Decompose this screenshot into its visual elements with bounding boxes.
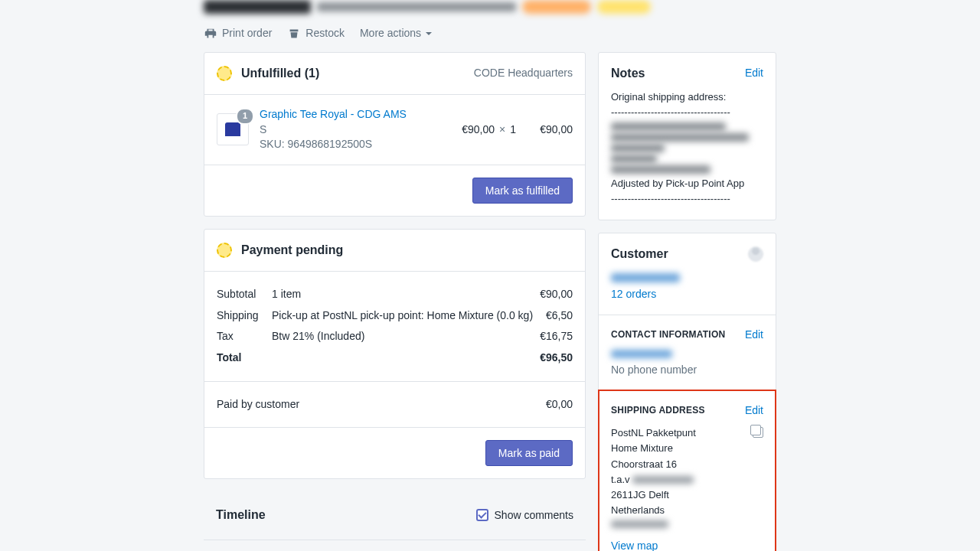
- paid-value: €0,00: [546, 397, 573, 412]
- ship-line: t.a.v: [611, 474, 630, 485]
- restock-icon: [287, 27, 301, 41]
- unfulfilled-status-icon: [217, 66, 232, 81]
- total-label: Total: [217, 350, 241, 366]
- checkbox-checked-icon: [476, 509, 488, 521]
- order-header-blurred: [204, 0, 776, 14]
- print-order-button[interactable]: Print order: [204, 26, 272, 41]
- ship-line: Home Mixture: [611, 441, 745, 456]
- ship-line: PostNL Pakketpunt: [611, 425, 745, 441]
- show-comments-label: Show comments: [495, 508, 573, 523]
- subtotal-desc: 1 item: [272, 287, 531, 302]
- payment-title: Payment pending: [241, 242, 343, 259]
- more-actions-button[interactable]: More actions: [360, 26, 432, 41]
- notes-sep: ------------------------------------: [611, 191, 763, 207]
- contact-info-label: CONTACT INFORMATION: [611, 328, 725, 341]
- ship-line: Choorstraat 16: [611, 457, 745, 472]
- chevron-down-icon: [426, 32, 432, 38]
- customer-card: Customer 12 orders CONTACT INFORMATION E…: [598, 233, 776, 551]
- restock-button[interactable]: Restock: [287, 26, 345, 41]
- shipping-desc: Pick-up at PostNL pick-up point: Home Mi…: [272, 308, 537, 324]
- multiply-sign: ×: [499, 122, 505, 138]
- unit-price: €90,00: [462, 122, 495, 138]
- subtotal-value: €90,00: [540, 287, 573, 302]
- notes-card: Notes Edit Original shipping address: --…: [598, 52, 776, 220]
- customer-email-redacted[interactable]: [611, 350, 672, 358]
- customer-name-redacted[interactable]: [611, 273, 680, 282]
- timeline-section: Timeline Show comments <code/>: [204, 491, 586, 551]
- show-comments-toggle[interactable]: Show comments: [476, 508, 573, 523]
- total-value: €96,50: [540, 350, 573, 366]
- notes-sep: ------------------------------------: [611, 105, 763, 120]
- shirt-icon: [225, 122, 240, 136]
- shipping-edit-link[interactable]: Edit: [745, 403, 763, 419]
- unfulfilled-title: Unfulfilled (1): [241, 65, 319, 82]
- contact-edit-link[interactable]: Edit: [745, 328, 763, 343]
- payment-card: Payment pending Subtotal 1 item €90,00 S…: [204, 229, 586, 479]
- mark-as-fulfilled-button[interactable]: Mark as fulfilled: [472, 178, 573, 204]
- printer-icon: [204, 27, 217, 41]
- notes-line: Original shipping address:: [611, 90, 763, 105]
- customer-orders-link[interactable]: 12 orders: [611, 288, 656, 300]
- payment-pending-status-icon: [217, 243, 232, 258]
- line-total: €90,00: [540, 123, 573, 135]
- subtotal-label: Subtotal: [217, 287, 263, 302]
- tax-label: Tax: [217, 329, 263, 344]
- product-variant: S: [260, 123, 266, 135]
- customer-avatar-icon: [748, 246, 763, 262]
- timeline-title: Timeline: [216, 507, 266, 523]
- fulfillment-location: CODE Headquarters: [474, 66, 573, 81]
- redacted-text: [611, 155, 657, 163]
- paid-label: Paid by customer: [217, 397, 299, 412]
- product-thumbnail[interactable]: 1: [217, 113, 249, 145]
- more-actions-label: More actions: [360, 26, 421, 41]
- copy-icon[interactable]: [753, 427, 763, 438]
- redacted-text: [611, 165, 710, 174]
- product-name-link[interactable]: Graphic Tee Royal - CDG AMS: [260, 108, 407, 120]
- shipping-address-label: SHIPPING ADDRESS: [611, 404, 705, 417]
- qty-badge: 1: [236, 108, 254, 124]
- ship-line: 2611JG Delft: [611, 487, 745, 503]
- no-phone-text: No phone number: [611, 363, 763, 378]
- mark-as-paid-button[interactable]: Mark as paid: [485, 440, 573, 466]
- shipping-label: Shipping: [217, 308, 263, 324]
- customer-title: Customer: [611, 246, 668, 262]
- redacted-text: [611, 133, 749, 142]
- redacted-text: [611, 520, 668, 528]
- product-sku: SKU: 9649868192500S: [260, 138, 372, 150]
- redacted-text: [632, 476, 694, 484]
- shipping-value: €6,50: [546, 308, 573, 324]
- notes-edit-link[interactable]: Edit: [745, 66, 763, 81]
- line-qty: 1: [510, 122, 516, 138]
- unfulfilled-card: Unfulfilled (1) CODE Headquarters 1 Grap…: [204, 52, 586, 217]
- notes-title: Notes: [611, 65, 645, 82]
- ship-line: Netherlands: [611, 503, 745, 518]
- view-map-link[interactable]: View map: [611, 540, 658, 551]
- notes-line: Adjusted by Pick-up Point App: [611, 176, 763, 191]
- tax-desc: Btw 21% (Included): [272, 329, 531, 344]
- redacted-text: [611, 122, 726, 131]
- restock-label: Restock: [305, 26, 345, 41]
- shipping-address-section: SHIPPING ADDRESS Edit PostNL Pakketpunt …: [599, 390, 776, 551]
- print-order-label: Print order: [222, 26, 272, 41]
- redacted-text: [611, 144, 665, 152]
- tax-value: €16,75: [540, 329, 573, 344]
